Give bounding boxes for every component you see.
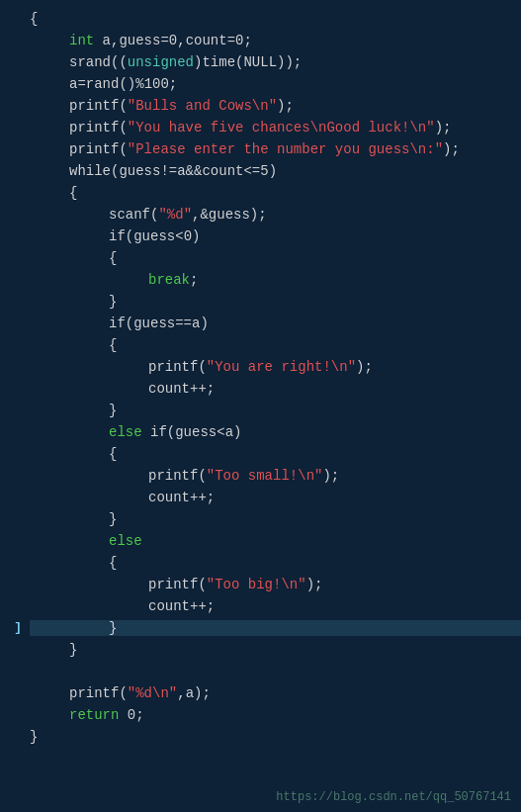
line-content: } xyxy=(30,294,521,310)
code-token: ; xyxy=(169,76,177,92)
line-gutter: ] xyxy=(0,620,30,635)
code-editor: {int a,guess=0,count=0;srand((unsigned)t… xyxy=(0,0,521,812)
code-token: ; xyxy=(135,707,143,723)
line-content: printf("Bulls and Cows\n"); xyxy=(30,98,521,114)
line-content: } xyxy=(30,620,521,636)
code-line: count++; xyxy=(0,489,521,510)
code-line: int a,guess=0,count=0; xyxy=(0,32,521,53)
code-token: printf( xyxy=(69,120,128,135)
line-content: printf("Too small!\n"); xyxy=(30,468,521,484)
code-line: } xyxy=(0,293,521,315)
code-token: { xyxy=(30,11,38,27)
code-token: { xyxy=(69,185,77,201)
code-line: break; xyxy=(0,271,521,293)
code-token: ); xyxy=(356,359,373,375)
code-line: printf("Too small!\n"); xyxy=(0,467,521,489)
code-token: } xyxy=(69,642,77,658)
code-token: count++; xyxy=(148,490,215,505)
code-line: { xyxy=(0,445,521,467)
url-label: https://blog.csdn.net/qq_50767141 xyxy=(276,790,511,804)
code-token: } xyxy=(109,403,117,418)
code-token: unsigned xyxy=(128,54,194,70)
line-content: } xyxy=(30,511,521,527)
line-content: srand((unsigned)time(NULL)); xyxy=(30,54,521,70)
code-token: count++; xyxy=(148,381,215,397)
code-token: return xyxy=(69,707,128,723)
code-line: } xyxy=(0,728,521,750)
code-token: } xyxy=(109,511,117,527)
code-line: { xyxy=(0,10,521,32)
code-token: ); xyxy=(435,120,452,135)
code-token: ) xyxy=(192,228,200,244)
code-line: else if(guess<a) xyxy=(0,423,521,445)
code-token: "You have five chances\nGood luck!\n" xyxy=(128,120,435,135)
code-token: ); xyxy=(322,468,339,484)
code-token: count++; xyxy=(148,598,215,614)
code-token: ,a); xyxy=(177,685,211,701)
code-token: printf( xyxy=(148,359,207,375)
code-token: "Too small!\n" xyxy=(207,468,323,484)
code-line: ]} xyxy=(0,619,521,641)
code-line xyxy=(0,663,521,684)
code-line: } xyxy=(0,510,521,532)
line-content: } xyxy=(30,403,521,418)
code-token: { xyxy=(109,250,117,266)
code-token: if(guess<a) xyxy=(150,424,241,440)
code-token: 0 xyxy=(128,707,135,723)
code-line: } xyxy=(0,402,521,423)
line-content: printf("You have five chances\nGood luck… xyxy=(30,120,521,135)
line-content: { xyxy=(30,185,521,201)
code-token: ); xyxy=(443,141,460,157)
code-line: printf("Bulls and Cows\n"); xyxy=(0,97,521,119)
code-line: { xyxy=(0,249,521,271)
code-line: { xyxy=(0,554,521,576)
code-line: count++; xyxy=(0,380,521,402)
line-content: else xyxy=(30,533,521,549)
code-token: if(guess==a) xyxy=(109,316,209,331)
code-token: ; xyxy=(243,33,251,48)
code-token: )time(NULL)); xyxy=(194,54,302,70)
line-content: } xyxy=(30,642,521,658)
code-token: scanf( xyxy=(109,207,158,223)
line-content: { xyxy=(30,337,521,353)
code-token: a,guess= xyxy=(103,33,169,48)
line-content: return 0; xyxy=(30,707,521,723)
line-content: scanf("%d",&guess); xyxy=(30,207,521,223)
code-token: } xyxy=(109,294,117,310)
code-line: if(guess<0) xyxy=(0,227,521,249)
code-token: printf( xyxy=(69,98,128,114)
code-line: printf("You are right!\n"); xyxy=(0,358,521,380)
line-content: printf("Too big!\n"); xyxy=(30,577,521,592)
code-line: return 0; xyxy=(0,706,521,728)
line-content: count++; xyxy=(30,598,521,614)
code-line: if(guess==a) xyxy=(0,315,521,336)
code-token: { xyxy=(109,555,117,571)
code-token: ); xyxy=(277,98,294,114)
line-content: int a,guess=0,count=0; xyxy=(30,33,521,48)
line-content: count++; xyxy=(30,490,521,505)
line-content: if(guess<0) xyxy=(30,228,521,244)
code-token: ,&guess); xyxy=(192,207,267,223)
code-line: } xyxy=(0,641,521,663)
code-line: count++; xyxy=(0,597,521,619)
line-content: break; xyxy=(30,272,521,288)
code-token: 0 xyxy=(169,33,177,48)
line-content: { xyxy=(30,446,521,462)
code-token: ); xyxy=(306,577,323,592)
line-content: { xyxy=(30,250,521,266)
code-token: 100 xyxy=(144,76,169,92)
code-token: { xyxy=(109,446,117,462)
code-token: break xyxy=(148,272,190,288)
code-token: srand(( xyxy=(69,54,128,70)
code-token: else xyxy=(109,533,142,549)
code-token: a=rand()% xyxy=(69,76,144,92)
code-token: ; xyxy=(190,272,198,288)
code-token: "%d" xyxy=(158,207,192,223)
code-line: while(guess!=a&&count<=5) xyxy=(0,162,521,184)
code-line: printf("Please enter the number you gues… xyxy=(0,140,521,162)
code-token: if(guess< xyxy=(109,228,184,244)
line-content: if(guess==a) xyxy=(30,316,521,331)
code-token: printf( xyxy=(148,577,207,592)
code-token: printf( xyxy=(69,685,128,701)
code-token: int xyxy=(69,33,103,48)
